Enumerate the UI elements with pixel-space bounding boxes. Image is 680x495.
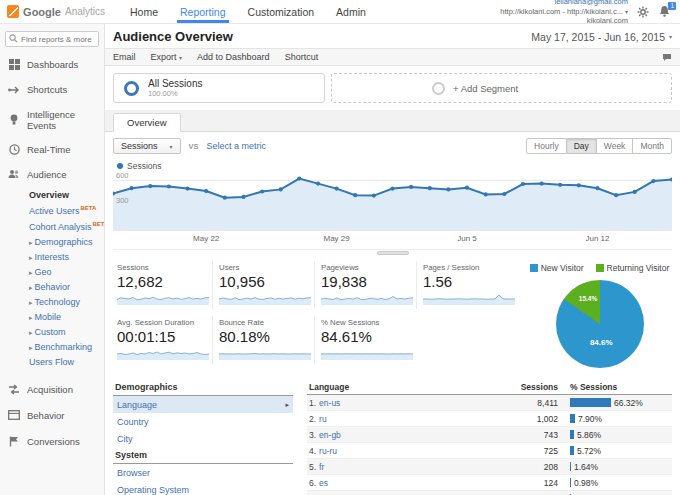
language-link[interactable]: en-us bbox=[319, 398, 340, 408]
sidebar-item-benchmarking[interactable]: ▸Benchmarking bbox=[29, 339, 104, 354]
granularity-day[interactable]: Day bbox=[567, 138, 597, 154]
metric-label: Pageviews bbox=[321, 263, 413, 272]
tab-strip: Overview bbox=[105, 110, 680, 132]
language-link[interactable]: ru bbox=[319, 414, 327, 424]
sidebar-item-label: Dashboards bbox=[27, 59, 78, 70]
sidebar-item-custom[interactable]: ▸Custom bbox=[29, 324, 104, 339]
segment-all-sessions[interactable]: All Sessions 100.00% bbox=[113, 73, 325, 103]
sidebar-item-intelligence-events[interactable]: Intelligence Events bbox=[0, 102, 104, 137]
metric-select[interactable]: Sessions▾ bbox=[113, 138, 181, 154]
cell-language: 7.pt-br bbox=[307, 491, 502, 495]
sidebar-item-acquisition[interactable]: Acquisition bbox=[0, 376, 104, 402]
add-to-dashboard-button[interactable]: Add to Dashboard bbox=[197, 52, 270, 62]
shortcut-button[interactable]: Shortcut bbox=[285, 52, 319, 62]
nav-item-home[interactable]: Home bbox=[119, 0, 169, 23]
sidebar-item-mobile[interactable]: ▸Mobile bbox=[29, 309, 104, 324]
top-header: Google Analytics HomeReportingCustomizat… bbox=[0, 0, 680, 24]
dimension-link-country[interactable]: Country bbox=[113, 413, 293, 430]
cell-pct-sessions: 0.88% bbox=[560, 491, 672, 495]
sidebar-item-audience[interactable]: Audience bbox=[0, 162, 104, 187]
pct-bar bbox=[570, 414, 575, 423]
sidebar-item-behavior[interactable]: Behavior bbox=[0, 402, 104, 428]
sidebar-item-label: Acquisition bbox=[27, 384, 73, 395]
column-header-pct-sessions[interactable]: % Sessions bbox=[560, 379, 672, 394]
column-header-language[interactable]: Language bbox=[307, 379, 502, 394]
settings-gear-icon[interactable] bbox=[637, 6, 649, 18]
column-header-sessions[interactable]: Sessions bbox=[502, 379, 560, 394]
metric-label: Pages / Session bbox=[423, 263, 516, 272]
nav-item-customization[interactable]: Customization bbox=[237, 0, 326, 23]
dimension-link-language[interactable]: Language▸ bbox=[113, 396, 293, 413]
chevron-down-icon: ▾ bbox=[625, 9, 628, 15]
sidebar-main-nav: DashboardsShortcutsIntelligence EventsRe… bbox=[0, 52, 104, 187]
behavior-icon bbox=[8, 409, 20, 421]
sidebar-item-cohort-analysis[interactable]: Cohort AnalysisBETA bbox=[29, 218, 104, 234]
search-input[interactable] bbox=[21, 35, 95, 44]
language-link[interactable]: es bbox=[319, 478, 328, 488]
visitor-pie-chart: 84.6% 15.4% bbox=[556, 280, 644, 368]
page-title: Audience Overview bbox=[113, 29, 233, 44]
nav-item-admin[interactable]: Admin bbox=[325, 0, 377, 23]
cell-sessions: 725 bbox=[502, 443, 560, 458]
x-axis-tick: May 29 bbox=[323, 234, 350, 243]
expand-arrow-icon: ▸ bbox=[29, 314, 33, 321]
x-axis-tick: Jun 12 bbox=[585, 234, 610, 243]
granularity-month[interactable]: Month bbox=[633, 138, 672, 154]
row-rank: 1. bbox=[309, 398, 316, 408]
sidebar-item-real-time[interactable]: Real-Time bbox=[0, 137, 104, 162]
sidebar-item-conversions[interactable]: Conversions bbox=[0, 428, 104, 454]
nav-item-reporting[interactable]: Reporting bbox=[169, 0, 237, 23]
segment-percent: 100.00% bbox=[148, 89, 202, 98]
sidebar-secondary-nav: AcquisitionBehaviorConversions bbox=[0, 376, 104, 454]
metric-sparkline bbox=[321, 347, 413, 360]
granularity-hourly[interactable]: Hourly bbox=[526, 138, 567, 154]
sidebar-item-shortcuts[interactable]: Shortcuts bbox=[0, 77, 104, 102]
logo[interactable]: Google Analytics bbox=[0, 0, 105, 23]
dimension-link-browser[interactable]: Browser bbox=[113, 464, 293, 481]
language-link[interactable]: fr bbox=[319, 462, 324, 472]
google-analytics-logo-icon bbox=[7, 5, 19, 18]
dimension-link-city[interactable]: City bbox=[113, 430, 293, 447]
sidebar-item-behavior[interactable]: ▸Behavior bbox=[29, 279, 104, 294]
language-link[interactable]: en-gb bbox=[319, 430, 341, 440]
add-segment-button[interactable]: + Add Segment bbox=[331, 73, 672, 103]
sidebar-item-active-users[interactable]: Active UsersBETA bbox=[29, 202, 104, 218]
chevron-down-icon: ▾ bbox=[669, 33, 672, 40]
tab-overview[interactable]: Overview bbox=[113, 113, 181, 132]
cell-sessions: 111 bbox=[502, 491, 560, 495]
pie-label-new: 84.6% bbox=[590, 338, 613, 347]
cell-language: 6.es bbox=[307, 475, 502, 490]
sidebar-item-interests[interactable]: ▸Interests bbox=[29, 249, 104, 264]
export-button[interactable]: Export ▾ bbox=[151, 52, 183, 62]
granularity-week[interactable]: Week bbox=[597, 138, 634, 154]
legend-swatch-icon bbox=[530, 264, 538, 272]
sidebar-item-dashboards[interactable]: Dashboards bbox=[0, 52, 104, 77]
sidebar-item-label: Behavior bbox=[35, 282, 71, 292]
sidebar-item-geo[interactable]: ▸Geo bbox=[29, 264, 104, 279]
account-switcher[interactable]: leilaniana@gmail.com http://kikolani.com… bbox=[500, 0, 628, 26]
pct-bar bbox=[570, 430, 574, 439]
cell-pct-sessions: 7.90% bbox=[560, 411, 672, 426]
sidebar-item-label: Demographics bbox=[35, 237, 93, 247]
sidebar-item-demographics[interactable]: ▸Demographics bbox=[29, 234, 104, 249]
email-button[interactable]: Email bbox=[113, 52, 136, 62]
cell-pct-sessions: 1.64% bbox=[560, 459, 672, 474]
sidebar-search[interactable] bbox=[5, 31, 99, 47]
notifications-bell-icon[interactable]: 1 bbox=[658, 5, 671, 18]
language-table: Language Sessions % Sessions 1.en-us8,41… bbox=[307, 379, 672, 495]
sidebar-item-users-flow[interactable]: Users Flow bbox=[29, 354, 104, 369]
segment-name: All Sessions bbox=[148, 78, 202, 89]
row-rank: 6. bbox=[309, 478, 316, 488]
cell-pct-sessions: 5.72% bbox=[560, 443, 672, 458]
select-metric-link[interactable]: Select a metric bbox=[207, 141, 267, 151]
timeline-handle[interactable] bbox=[377, 251, 409, 255]
date-range-selector[interactable]: May 17, 2015 - Jun 16, 2015▾ bbox=[531, 31, 672, 43]
pct-value: 1.64% bbox=[574, 462, 598, 472]
sidebar-item-label: Audience bbox=[27, 169, 67, 180]
metric-cards: Sessions12,682Users10,956Pageviews19,838… bbox=[113, 261, 521, 371]
feedback-icon[interactable] bbox=[662, 53, 672, 62]
sidebar-item-technology[interactable]: ▸Technology bbox=[29, 294, 104, 309]
dimension-link-operating-system[interactable]: Operating System bbox=[113, 481, 293, 495]
sidebar-item-overview[interactable]: Overview bbox=[29, 187, 104, 202]
language-link[interactable]: ru-ru bbox=[319, 446, 337, 456]
